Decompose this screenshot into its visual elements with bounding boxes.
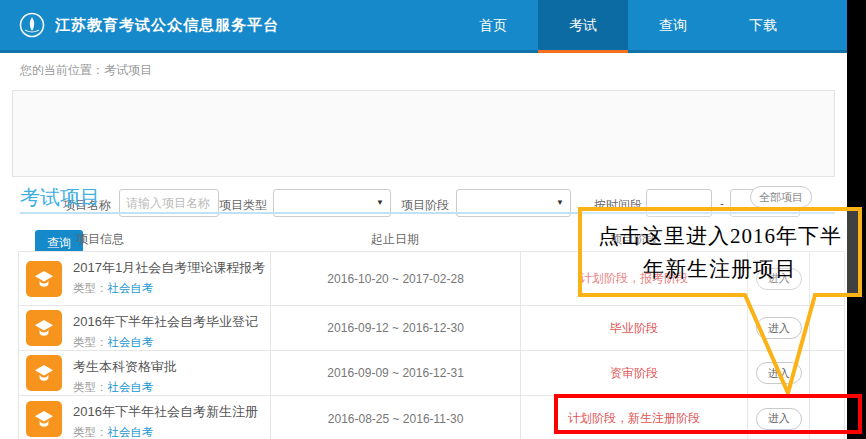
caret-down-icon: ▼ bbox=[556, 199, 564, 207]
project-title: 2017年1月社会自考理论课程报考 bbox=[73, 259, 270, 277]
date-range-cell: 2016-08-25 ~ 2016-11-30 bbox=[270, 396, 519, 439]
project-type-link[interactable]: 社会自考 bbox=[108, 381, 154, 393]
project-icon bbox=[26, 261, 62, 297]
all-projects-button[interactable]: 全部项目 bbox=[750, 186, 812, 208]
project-type-link[interactable]: 社会自考 bbox=[108, 336, 154, 348]
filter-panel: 项目名称 项目类型 ▼ 项目阶段 ▼ 按时间段 - 查询 bbox=[12, 90, 835, 177]
nav-tab[interactable]: 考试 bbox=[538, 0, 628, 53]
project-type: 类型：社会自考 bbox=[73, 281, 270, 296]
project-icon bbox=[26, 401, 62, 437]
col-header-date-range: 起止日期 bbox=[270, 231, 520, 248]
nav-tab[interactable]: 查询 bbox=[628, 0, 718, 53]
project-info-cell: 考生本科资格审批类型：社会自考 bbox=[19, 351, 270, 395]
callout-text-line2: 年新生注册项目 bbox=[643, 257, 797, 281]
project-info-cell: 2016年下半年社会自考新生注册类型：社会自考 bbox=[19, 396, 270, 439]
project-type: 类型：社会自考 bbox=[73, 425, 270, 439]
brand: 江苏教育考试公众信息服务平台 bbox=[18, 0, 279, 50]
graduation-cap-icon bbox=[34, 318, 54, 338]
project-type-prefix: 类型： bbox=[73, 426, 108, 438]
section-title: 考试项目 bbox=[20, 184, 100, 211]
screenshot-root: 江苏教育考试公众信息服务平台 首页考试查询下载 您的当前位置：考试项目 项目名称… bbox=[0, 0, 866, 439]
date-range-cell: 2016-09-12 ~ 2016-12-30 bbox=[270, 306, 519, 350]
project-title: 2016年下半年社会自考新生注册 bbox=[73, 403, 270, 421]
project-icon bbox=[26, 355, 62, 391]
project-type-prefix: 类型： bbox=[73, 282, 108, 294]
project-icon bbox=[26, 310, 62, 346]
graduation-cap-icon bbox=[34, 409, 54, 429]
nav-tab[interactable]: 首页 bbox=[448, 0, 538, 53]
date-range-cell: 2016-10-20 ~ 2017-02-28 bbox=[270, 252, 519, 305]
project-type-prefix: 类型： bbox=[73, 336, 108, 348]
project-info-cell: 2016年下半年社会自考毕业登记类型：社会自考 bbox=[19, 306, 270, 350]
annotation-highlight-rect bbox=[554, 394, 862, 434]
annotation-callout-tail bbox=[560, 293, 866, 399]
project-title: 2016年下半年社会自考毕业登记 bbox=[73, 313, 270, 331]
project-type-link[interactable]: 社会自考 bbox=[108, 282, 154, 294]
graduation-cap-icon bbox=[34, 269, 54, 289]
project-type-link[interactable]: 社会自考 bbox=[108, 426, 154, 438]
project-title: 考生本科资格审批 bbox=[73, 358, 270, 376]
nav-tabs: 首页考试查询下载 bbox=[448, 0, 808, 53]
top-navigation-bar: 江苏教育考试公众信息服务平台 首页考试查询下载 bbox=[0, 0, 847, 53]
graduation-cap-icon bbox=[34, 363, 54, 383]
annotation-callout: 点击这里进入2016年下半 年新生注册项目 bbox=[578, 207, 862, 297]
breadcrumb: 您的当前位置：考试项目 bbox=[20, 62, 152, 79]
col-header-project-info: 项目信息 bbox=[76, 231, 124, 248]
project-type: 类型：社会自考 bbox=[73, 380, 270, 395]
site-title: 江苏教育考试公众信息服务平台 bbox=[55, 16, 279, 35]
project-info-cell: 2017年1月社会自考理论课程报考类型：社会自考 bbox=[19, 252, 270, 305]
project-type: 类型：社会自考 bbox=[73, 335, 270, 350]
caret-down-icon: ▼ bbox=[376, 199, 384, 207]
nav-tab[interactable]: 下载 bbox=[718, 0, 808, 53]
project-type-prefix: 类型： bbox=[73, 381, 108, 393]
callout-text-line1: 点击这里进入2016年下半 bbox=[598, 224, 842, 248]
emblem-torch-icon bbox=[18, 11, 46, 39]
date-range-cell: 2016-09-09 ~ 2016-12-31 bbox=[270, 351, 519, 395]
